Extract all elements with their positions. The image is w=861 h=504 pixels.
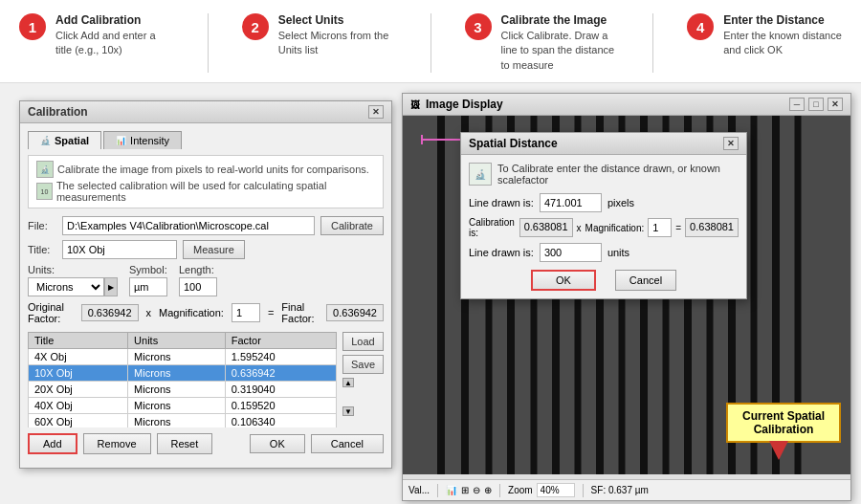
col-title: Title <box>29 333 128 349</box>
magnification-input[interactable] <box>232 303 260 322</box>
step-3: 3 Calibrate the Image Click Calibrate. D… <box>465 13 620 73</box>
spatial-ok-button[interactable]: OK <box>531 270 596 291</box>
cancel-button[interactable]: Cancel <box>311 434 384 453</box>
minimize-btn[interactable]: ─ <box>789 98 805 111</box>
spatial-dialog: Spatial Distance ✕ 🔬 To Calibrate enter … <box>460 132 747 299</box>
remove-button[interactable]: Remove <box>83 433 151 454</box>
spatial-buttons: OK Cancel <box>469 270 739 291</box>
spatial-close-btn[interactable]: ✕ <box>723 137 739 150</box>
file-label: File: <box>28 220 56 231</box>
titlebar-controls: ✕ <box>368 105 384 119</box>
symbol-input[interactable] <box>129 277 167 296</box>
col-units: Units <box>128 333 226 349</box>
close-btn[interactable]: ✕ <box>368 105 384 119</box>
calibrate-button[interactable]: Calibrate <box>320 216 384 235</box>
units-label2: units <box>607 247 629 258</box>
calibration-table: Title Units Factor 4X Obj Microns 1.5952… <box>28 332 337 427</box>
line-drawn-label: Line drawn is: <box>469 197 534 208</box>
status-icon-zoom-out[interactable]: ⊖ <box>473 485 480 495</box>
table-row[interactable]: 60X Obj Microns 0.106340 <box>29 414 337 428</box>
image-title: Image Display <box>426 98 503 111</box>
line-drawn2-input[interactable] <box>540 243 602 262</box>
spatial-title: Spatial Distance <box>469 137 558 150</box>
step-4-desc: Enter the known distance and click OK <box>723 29 842 58</box>
scroll-up[interactable]: ▲ <box>342 378 354 387</box>
tabs: 🔬 Spatial 📊 Intensity <box>28 131 384 149</box>
annotation-arrow <box>769 441 788 460</box>
equals-label2: = <box>675 223 681 233</box>
step-4-circle: 4 <box>687 13 714 40</box>
table-row[interactable]: 20X Obj Microns 0.319040 <box>29 382 337 398</box>
units-col-header: Units: <box>28 264 118 275</box>
status-icon-bar[interactable]: 📊 <box>446 485 457 495</box>
original-factor-value: 0.636942 <box>81 304 139 321</box>
symbol-col-header: Symbol: <box>129 264 167 275</box>
image-titlebar: 🖼 Image Display ─ □ ✕ <box>403 94 850 116</box>
zoom-input[interactable] <box>537 483 575 497</box>
info-section: 🔬 Calibrate the image from pixels to rea… <box>28 155 384 208</box>
final-factor-value2: 0.638081 <box>685 218 739 237</box>
step-1: 1 Add Calibration Click Add and enter a … <box>19 13 174 58</box>
status-val: Val... <box>408 485 430 495</box>
measure-button[interactable]: Measure <box>183 240 245 259</box>
magnification-label2: Magnification: <box>585 223 645 233</box>
calibration-dialog: Calibration ✕ 🔬 Spatial 📊 Intensity <box>19 100 392 469</box>
step-4-title: Enter the Distance <box>723 13 842 27</box>
table-row[interactable]: 10X Obj Microns 0.636942 <box>29 365 337 382</box>
step-4-text: Enter the Distance Enter the known dista… <box>723 13 842 58</box>
scroll-down[interactable]: ▼ <box>342 406 354 416</box>
final-factor-value: 0.636942 <box>326 304 384 321</box>
image-close-btn[interactable]: ✕ <box>828 98 843 111</box>
title-input[interactable] <box>62 240 177 259</box>
x-label2: x <box>577 223 582 233</box>
spatial-titlebar: Spatial Distance ✕ <box>461 133 746 155</box>
step-2-text: Select Units Select Microns from the Uni… <box>278 13 397 58</box>
calibration-value: 0.638081 <box>519 218 573 237</box>
pixels-label: pixels <box>607 197 634 208</box>
add-button[interactable]: Add <box>28 433 77 454</box>
final-factor-label: Final Factor: <box>281 301 319 324</box>
step-1-title: Add Calibration <box>55 13 174 27</box>
col-factor: Factor <box>225 333 336 349</box>
units-arrow[interactable]: ▶ <box>104 277 118 296</box>
save-button[interactable]: Save <box>342 355 384 374</box>
instruction-bar: 1 Add Calibration Click Add and enter a … <box>0 0 861 83</box>
annotation-box: Current Spatial Calibration <box>726 403 841 443</box>
step-3-title: Calibrate the Image <box>501 13 620 27</box>
orig-factor-label: Original Factor: <box>28 301 74 324</box>
step-3-desc: Click Calibrate. Draw a line to span the… <box>501 29 620 73</box>
status-icon-grid[interactable]: ⊞ <box>461 485 469 495</box>
step-2-circle: 2 <box>242 13 269 40</box>
file-input[interactable] <box>62 216 315 235</box>
spatial-cancel-button[interactable]: Cancel <box>615 270 676 291</box>
load-button[interactable]: Load <box>342 332 384 351</box>
tab-intensity[interactable]: 📊 Intensity <box>103 131 182 149</box>
spatial-info: 🔬 To Calibrate enter the distance drawn,… <box>469 163 739 186</box>
maximize-btn[interactable]: □ <box>808 98 824 111</box>
title-row: Title: Measure <box>28 240 384 259</box>
line-drawn2-row: Line drawn is: units <box>469 243 739 262</box>
status-icon-zoom-in[interactable]: ⊕ <box>484 485 492 495</box>
units-select[interactable]: Microns <box>28 277 104 296</box>
ok-button[interactable]: OK <box>250 434 305 453</box>
table-row[interactable]: 4X Obj Microns 1.595240 <box>29 349 337 365</box>
image-display: 🖼 Image Display ─ □ ✕ <box>402 93 851 501</box>
step-3-text: Calibrate the Image Click Calibrate. Dra… <box>501 13 620 73</box>
line-drawn2-label: Line drawn is: <box>469 247 534 258</box>
spatial-info-text: To Calibrate enter the distance drawn, o… <box>497 163 739 186</box>
calibration-label: Calibration is: <box>469 217 516 238</box>
line-drawn-input[interactable] <box>540 193 602 212</box>
calibration-title: Calibration <box>28 105 88 119</box>
length-input[interactable] <box>179 277 217 296</box>
step-4: 4 Enter the Distance Enter the known dis… <box>687 13 842 58</box>
status-bar: Val... 📊 ⊞ ⊖ ⊕ Zoom SF: 0.637 µm <box>403 479 850 500</box>
table-row[interactable]: 40X Obj Microns 0.159520 <box>29 398 337 414</box>
magnification-input2[interactable] <box>648 218 672 237</box>
x-label: x <box>146 307 152 318</box>
line-drawn-row: Line drawn is: pixels <box>469 193 739 212</box>
tab-spatial[interactable]: 🔬 Spatial <box>28 131 101 149</box>
reset-button[interactable]: Reset <box>157 433 213 454</box>
calibration-titlebar: Calibration ✕ <box>20 101 391 123</box>
step-1-text: Add Calibration Click Add and enter a ti… <box>55 13 174 58</box>
length-col-header: Length: <box>179 264 217 275</box>
